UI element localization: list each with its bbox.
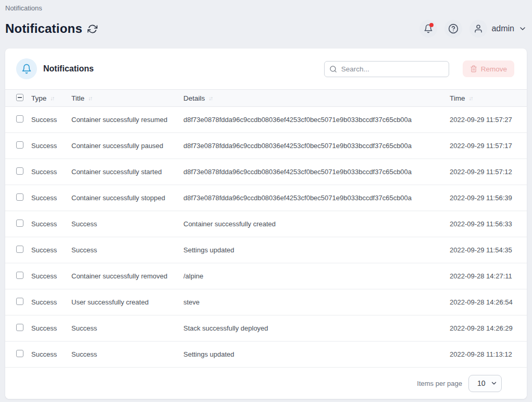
cell-type: Success — [31, 194, 71, 202]
column-header-type[interactable]: Type↓↑ — [31, 94, 71, 102]
row-checkbox[interactable] — [16, 350, 23, 357]
cell-type: Success — [31, 220, 71, 228]
table-row: Success User successfully created steve … — [5, 289, 527, 315]
cell-type: Success — [31, 116, 71, 124]
table-body: Success Container successfully resumed d… — [5, 107, 527, 368]
cell-details: steve — [183, 298, 450, 306]
cell-details: d8f73e0878fdda96c9ccdb08036ef4253cf0bec5… — [183, 116, 450, 124]
table-row: Success Success Settings updated 2022-09… — [5, 237, 527, 263]
sort-icon: ↓↑ — [208, 95, 212, 101]
cell-details: Settings updated — [183, 246, 450, 254]
refresh-icon[interactable] — [88, 24, 97, 34]
cell-type: Success — [31, 350, 71, 358]
table-header: Type↓↑ Title↓↑ Details↓↑ Time↓↑ — [5, 89, 527, 107]
cell-time: 2022-09-29 11:56:33 — [450, 220, 519, 228]
remove-button[interactable]: Remove — [463, 60, 514, 77]
panel-bell-badge — [16, 58, 37, 79]
table-row: Success Container successfully paused d8… — [5, 133, 527, 159]
row-checkbox[interactable] — [16, 272, 23, 279]
column-header-title[interactable]: Title↓↑ — [71, 94, 183, 102]
row-checkbox[interactable] — [16, 298, 23, 305]
column-header-details[interactable]: Details↓↑ — [183, 94, 450, 102]
trash-icon — [470, 65, 477, 72]
titlebar: Notifications admin — [5, 17, 527, 40]
cell-details: Settings updated — [183, 350, 450, 358]
help-button[interactable] — [444, 20, 462, 38]
row-checkbox[interactable] — [16, 246, 23, 253]
table-row: Success Container successfully removed /… — [5, 263, 527, 289]
select-all-checkbox[interactable] — [16, 94, 23, 101]
table-row: Success Container successfully resumed d… — [5, 107, 527, 133]
cell-title: Container successfully started — [71, 168, 183, 176]
search-box — [324, 61, 449, 77]
cell-title: Container successfully stopped — [71, 194, 183, 202]
username-label: admin — [491, 24, 514, 33]
row-checkbox[interactable] — [16, 324, 23, 331]
cell-title: Success — [71, 350, 183, 358]
remove-button-label: Remove — [481, 65, 507, 73]
cell-time: 2022-09-28 14:26:29 — [450, 324, 519, 332]
cell-type: Success — [31, 168, 71, 176]
column-header-time[interactable]: Time↓↑ — [450, 94, 519, 102]
cell-title: Container successfully removed — [71, 272, 183, 280]
help-circle-icon — [448, 23, 459, 34]
search-input[interactable] — [324, 61, 449, 77]
bell-icon — [21, 64, 32, 74]
cell-details: d8f73e0878fdda96c9ccdb08036ef4253cf0bec5… — [183, 168, 450, 176]
cell-title: Container successfully resumed — [71, 116, 183, 124]
sort-icon: ↓↑ — [469, 95, 473, 101]
table-row: Success Success Container successfully c… — [5, 211, 527, 237]
items-per-page-label: Items per page — [417, 380, 462, 387]
row-checkbox[interactable] — [16, 167, 23, 175]
cell-title: User successfully created — [71, 298, 183, 306]
cell-time: 2022-09-29 11:57:27 — [450, 116, 519, 124]
cell-title: Success — [71, 220, 183, 228]
cell-title: Container successfully paused — [71, 142, 183, 150]
panel-header: Notifications Remove — [5, 48, 527, 89]
cell-details: d8f73e0878fdda96c9ccdb08036ef4253cf0bec5… — [183, 142, 450, 150]
panel-title: Notifications — [43, 64, 94, 74]
items-per-page-wrap: 10 — [468, 375, 502, 392]
cell-time: 2022-09-28 11:13:12 — [450, 350, 519, 358]
items-per-page-select[interactable]: 10 — [468, 375, 502, 392]
page-title: Notifications — [5, 21, 82, 36]
cell-title: Success — [71, 246, 183, 254]
cell-details: /alpine — [183, 272, 450, 280]
table-row: Success Success Stack successfully deplo… — [5, 315, 527, 342]
notifications-bell-button[interactable] — [419, 20, 437, 38]
cell-details: Stack successfully deployed — [183, 324, 450, 332]
chevron-down-icon — [518, 25, 527, 33]
user-icon — [474, 24, 483, 33]
table-footer: Items per page 10 — [5, 368, 527, 399]
row-checkbox[interactable] — [16, 115, 23, 123]
cell-time: 2022-09-29 11:56:39 — [450, 194, 519, 202]
breadcrumb[interactable]: Notifications — [5, 4, 527, 12]
cell-type: Success — [31, 324, 71, 332]
cell-time: 2022-09-29 11:54:35 — [450, 246, 519, 254]
cell-time: 2022-09-28 14:27:11 — [450, 272, 519, 280]
table-row: Success Container successfully started d… — [5, 159, 527, 185]
cell-details: d8f73e0878fdda96c9ccdb08036ef4253cf0bec5… — [183, 194, 450, 202]
row-checkbox[interactable] — [16, 193, 23, 201]
sort-icon: ↓↑ — [88, 95, 92, 101]
cell-title: Success — [71, 324, 183, 332]
table-row: Success Container successfully stopped d… — [5, 185, 527, 211]
cell-time: 2022-09-29 11:57:12 — [450, 168, 519, 176]
row-checkbox[interactable] — [16, 141, 23, 149]
cell-type: Success — [31, 246, 71, 254]
table-row: Success Success Settings updated 2022-09… — [5, 342, 527, 368]
sort-icon: ↓↑ — [50, 95, 54, 101]
page: Notifications Notifications admin — [0, 0, 532, 399]
user-menu[interactable]: admin — [469, 20, 527, 38]
cell-type: Success — [31, 298, 71, 306]
cell-type: Success — [31, 142, 71, 150]
cell-time: 2022-09-28 14:26:54 — [450, 298, 519, 306]
cell-time: 2022-09-29 11:57:17 — [450, 142, 519, 150]
cell-details: Container successfully created — [183, 220, 450, 228]
row-checkbox[interactable] — [16, 220, 23, 227]
user-avatar-button[interactable] — [469, 20, 487, 38]
cell-type: Success — [31, 272, 71, 280]
notifications-panel: Notifications Remove Type↓↑ — [5, 48, 527, 399]
